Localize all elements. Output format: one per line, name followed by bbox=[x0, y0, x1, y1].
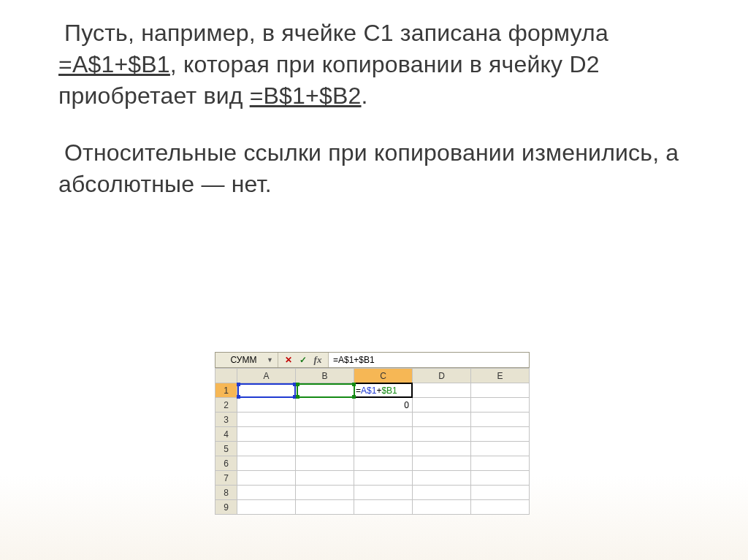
cancel-icon[interactable]: ✕ bbox=[283, 354, 294, 366]
col-header-a[interactable]: A bbox=[237, 369, 296, 383]
cell-a7[interactable] bbox=[237, 471, 296, 486]
row-header-3[interactable]: 3 bbox=[215, 413, 237, 427]
row-header-7[interactable]: 7 bbox=[215, 471, 237, 486]
cell-d6[interactable] bbox=[413, 456, 471, 471]
cell-c8[interactable] bbox=[354, 486, 413, 500]
cell-a4[interactable] bbox=[237, 427, 296, 442]
cell-a1[interactable] bbox=[237, 383, 296, 398]
fx-icon[interactable]: fx bbox=[312, 354, 324, 366]
formula-bar: СУММ ▼ ✕ ✓ fx =A$1+$B1 bbox=[215, 352, 530, 368]
cell-d3[interactable] bbox=[413, 413, 471, 427]
spreadsheet-grid[interactable]: A B C D E 1 =A$1+$B1 bbox=[215, 368, 530, 515]
cell-a6[interactable] bbox=[237, 456, 296, 471]
col-header-b[interactable]: B bbox=[296, 369, 354, 383]
cell-b4[interactable] bbox=[296, 427, 354, 442]
cell-b7[interactable] bbox=[296, 471, 354, 486]
cell-e6[interactable] bbox=[471, 456, 530, 471]
cell-e1[interactable] bbox=[471, 383, 530, 398]
row-header-9[interactable]: 9 bbox=[215, 500, 237, 515]
row-header-1[interactable]: 1 bbox=[215, 383, 237, 398]
col-header-d[interactable]: D bbox=[413, 369, 471, 383]
formula-bar-buttons: ✕ ✓ fx bbox=[278, 354, 328, 366]
cell-e2[interactable] bbox=[471, 398, 530, 413]
cell-c5[interactable] bbox=[354, 442, 413, 456]
row-header-4[interactable]: 4 bbox=[215, 427, 237, 442]
p1-t1: Пусть, например, в ячейке С1 записана фо… bbox=[64, 20, 608, 46]
cell-d8[interactable] bbox=[413, 486, 471, 500]
cell-a8[interactable] bbox=[237, 486, 296, 500]
c1-tok-a1: A$1 bbox=[361, 386, 376, 396]
cell-d1[interactable] bbox=[413, 383, 471, 398]
cell-c4[interactable] bbox=[354, 427, 413, 442]
cell-b9[interactable] bbox=[296, 500, 354, 515]
row-header-8[interactable]: 8 bbox=[215, 486, 237, 500]
cell-c6[interactable] bbox=[354, 456, 413, 471]
cell-b2[interactable] bbox=[296, 398, 354, 413]
row-header-2[interactable]: 2 bbox=[215, 398, 237, 413]
cell-d9[interactable] bbox=[413, 500, 471, 515]
cell-a9[interactable] bbox=[237, 500, 296, 515]
cell-a5[interactable] bbox=[237, 442, 296, 456]
cell-c9[interactable] bbox=[354, 500, 413, 515]
formula-input[interactable]: =A$1+$B1 bbox=[328, 353, 529, 367]
cell-d5[interactable] bbox=[413, 442, 471, 456]
name-box[interactable]: СУММ ▼ bbox=[215, 353, 278, 367]
cell-b3[interactable] bbox=[296, 413, 354, 427]
cell-c7[interactable] bbox=[354, 471, 413, 486]
spreadsheet-snippet: СУММ ▼ ✕ ✓ fx =A$1+$B1 A B C D bbox=[215, 352, 530, 515]
paragraph-2: Относительные ссылки при копировании изм… bbox=[58, 137, 704, 200]
cell-d2[interactable] bbox=[413, 398, 471, 413]
formula-1: =А$1+$В1 bbox=[58, 51, 170, 77]
cell-e5[interactable] bbox=[471, 442, 530, 456]
name-box-text: СУММ bbox=[218, 355, 262, 365]
cell-e3[interactable] bbox=[471, 413, 530, 427]
p1-t3: . bbox=[362, 83, 368, 109]
cell-b6[interactable] bbox=[296, 456, 354, 471]
row-header-5[interactable]: 5 bbox=[215, 442, 237, 456]
c1-tok-eq: = bbox=[356, 386, 361, 396]
cell-b1[interactable] bbox=[296, 383, 354, 398]
cell-c1[interactable]: =A$1+$B1 bbox=[354, 383, 413, 398]
formula-2: =В$1+$В2 bbox=[250, 83, 362, 109]
select-all-corner[interactable] bbox=[215, 369, 237, 383]
cell-d7[interactable] bbox=[413, 471, 471, 486]
cell-b8[interactable] bbox=[296, 486, 354, 500]
cell-e8[interactable] bbox=[471, 486, 530, 500]
cell-a2[interactable] bbox=[237, 398, 296, 413]
cell-a3[interactable] bbox=[237, 413, 296, 427]
row-header-6[interactable]: 6 bbox=[215, 456, 237, 471]
cell-e9[interactable] bbox=[471, 500, 530, 515]
cell-b5[interactable] bbox=[296, 442, 354, 456]
cell-d4[interactable] bbox=[413, 427, 471, 442]
col-header-e[interactable]: E bbox=[471, 369, 530, 383]
paragraph-1: Пусть, например, в ячейке С1 записана фо… bbox=[58, 18, 704, 112]
cell-e7[interactable] bbox=[471, 471, 530, 486]
col-header-c[interactable]: C bbox=[354, 369, 413, 383]
cell-c3[interactable] bbox=[354, 413, 413, 427]
enter-icon[interactable]: ✓ bbox=[297, 354, 309, 366]
c1-tok-b1: $B1 bbox=[381, 386, 397, 396]
cell-e4[interactable] bbox=[471, 427, 530, 442]
name-box-dropdown-icon[interactable]: ▼ bbox=[265, 356, 275, 364]
cell-c2[interactable]: 0 bbox=[354, 398, 413, 413]
